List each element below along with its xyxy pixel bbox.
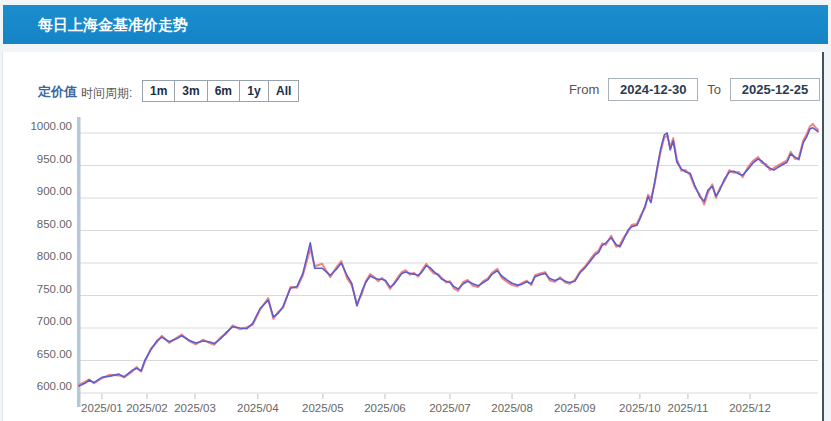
controls-row: 定价值 时间周期: 1m 3m 6m 1y All From To <box>0 76 831 106</box>
y-axis-tick-label: 650.00 <box>37 348 72 360</box>
y-axis-tick-label: 1000.00 <box>30 120 72 132</box>
y-axis-tick-label: 800.00 <box>37 250 72 262</box>
period-button-1y[interactable]: 1y <box>239 80 269 102</box>
y-axis-tick-label: 600.00 <box>37 380 72 392</box>
period-button-all[interactable]: All <box>268 80 299 102</box>
x-axis-tick-label: 2025/10 <box>619 402 661 414</box>
series-value-label: 定价值 <box>38 83 77 101</box>
x-axis-tick-label: 2025/07 <box>429 402 471 414</box>
from-date-input[interactable] <box>608 78 698 101</box>
x-axis-tick-label: 2025/01 <box>81 402 123 414</box>
x-axis-tick-label: 2025/04 <box>237 402 279 414</box>
x-axis-tick-label: 2025/09 <box>554 402 596 414</box>
period-button-group: 1m 3m 6m 1y All <box>143 80 299 102</box>
y-axis-tick-label: 850.00 <box>37 218 72 230</box>
price-chart: 1000.00950.00900.00850.00800.00750.00700… <box>0 110 831 421</box>
to-label: To <box>707 82 721 97</box>
y-axis-tick-label: 900.00 <box>37 185 72 197</box>
chart-svg: 1000.00950.00900.00850.00800.00750.00700… <box>0 110 831 421</box>
price-blue-line <box>79 128 818 386</box>
y-axis-tick-label: 700.00 <box>37 315 72 327</box>
period-button-6m[interactable]: 6m <box>207 80 240 102</box>
to-date-input[interactable] <box>730 78 820 101</box>
x-axis-tick-label: 2025/02 <box>126 402 168 414</box>
x-axis-tick-label: 2025/11 <box>668 402 709 414</box>
x-axis-tick-label: 2025/08 <box>491 402 533 414</box>
y-axis-line <box>77 117 81 407</box>
header-bar: 每日上海金基准价走势 <box>3 5 828 44</box>
y-axis-tick-label: 750.00 <box>37 283 72 295</box>
from-label: From <box>569 82 599 97</box>
x-axis-tick-label: 2025/05 <box>302 402 344 414</box>
date-range-controls: From To <box>569 78 820 101</box>
price-pink-line <box>79 124 818 385</box>
x-axis-tick-label: 2025/12 <box>729 402 771 414</box>
period-button-1m[interactable]: 1m <box>142 80 175 102</box>
y-axis-tick-label: 950.00 <box>37 153 72 165</box>
page-title: 每日上海金基准价走势 <box>38 16 188 33</box>
x-axis-tick-label: 2025/06 <box>364 402 406 414</box>
x-axis-tick-label: 2025/03 <box>174 402 216 414</box>
time-period-label: 时间周期: <box>81 85 132 102</box>
period-button-3m[interactable]: 3m <box>174 80 207 102</box>
